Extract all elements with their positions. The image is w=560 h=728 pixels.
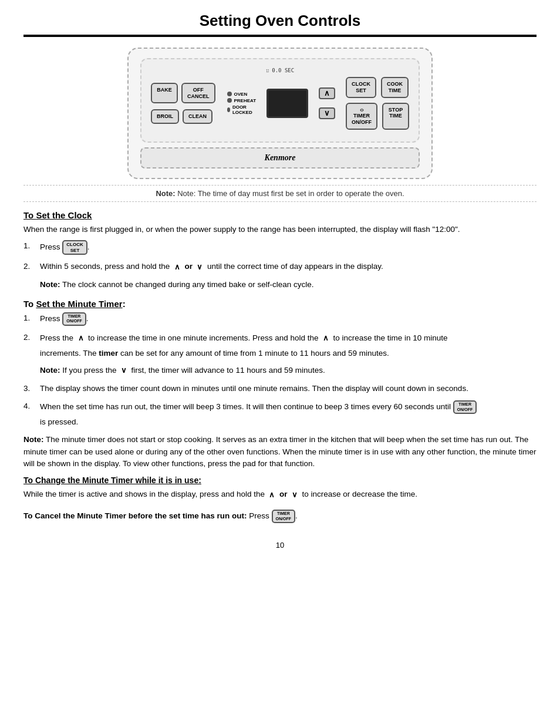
- step-text: Press TIMERON/OFF.: [40, 312, 88, 326]
- page-title: Setting Oven Controls: [23, 12, 537, 30]
- oven-display: [266, 89, 308, 118]
- clean-button[interactable]: CLEAN: [183, 109, 212, 124]
- step-text: The display shows the timer count down i…: [40, 383, 468, 395]
- timer-on-off-inline-btn2: TIMERON/OFF: [453, 400, 477, 414]
- oven-panel-image: ⨿ 0.0 SEC BAKE OFFCANCEL BROIL CLEAN OVE…: [23, 48, 537, 179]
- step-number: 4.: [23, 400, 35, 428]
- stop-time-button[interactable]: STOPTIME: [382, 103, 409, 130]
- timer-step-4: 4. When the set time has run out, the ti…: [23, 400, 537, 428]
- page-number: 10: [23, 541, 537, 550]
- step-number: 1.: [23, 240, 35, 255]
- step-text: When the set time has run out, the timer…: [40, 400, 477, 428]
- clock-step-1: 1. Press CLOCKSET.: [23, 240, 537, 255]
- change-timer-text: While the timer is active and shows in t…: [23, 488, 537, 500]
- timer-section-title: To Set the Minute Timer:: [23, 299, 537, 309]
- timer-step-1: 1. Press TIMERON/OFF.: [23, 312, 537, 326]
- title-divider: [23, 35, 537, 37]
- step-text: Press CLOCKSET.: [40, 240, 89, 255]
- up-arrow-inline: ∧: [174, 261, 180, 273]
- step-text: Within 5 seconds, press and hold the ∧ o…: [40, 261, 383, 272]
- up-arrow-inline3: ∧: [323, 332, 329, 345]
- step-text: Press the ∧ to increase the time in one …: [40, 332, 448, 377]
- change-timer-title: To Change the Minute Timer while it is i…: [23, 476, 537, 485]
- clock-note: Note: The clock cannot be changed during…: [40, 279, 537, 291]
- timer-step-2: 2. Press the ∧ to increase the time in o…: [23, 332, 537, 377]
- up-arrow-inline4: ∧: [269, 489, 275, 501]
- clock-section-title: To Set the Clock: [23, 210, 537, 220]
- down-arrow-inline3: ∨: [292, 489, 298, 501]
- timer-on-off-inline-btn3: TIMERON/OFF: [272, 510, 295, 523]
- step-number: 3.: [23, 383, 35, 395]
- top-note: Note: Note: The time of day must first b…: [23, 185, 537, 202]
- timer-step-3: 3. The display shows the timer count dow…: [23, 383, 537, 395]
- up-arrow-button[interactable]: ∧: [319, 87, 335, 99]
- timer-bottom-note: Note: The minute timer does not start or…: [23, 434, 537, 470]
- off-cancel-button[interactable]: OFFCANCEL: [181, 83, 215, 104]
- cook-time-button[interactable]: COOKTIME: [381, 77, 409, 98]
- up-arrow-inline2: ∧: [78, 332, 84, 345]
- bake-button[interactable]: BAKE: [151, 83, 178, 104]
- step-number: 2.: [23, 332, 35, 377]
- status-indicators: OVEN PREHEAT DOOR LOCKED: [227, 92, 257, 115]
- clock-set-inline-btn: CLOCKSET: [62, 240, 87, 255]
- timer-on-off-button[interactable]: ⦵ TIMERON/OFF: [346, 103, 377, 130]
- broil-button[interactable]: BROIL: [151, 109, 179, 124]
- cancel-timer-text: To Cancel the Minute Timer before the se…: [23, 510, 537, 523]
- clock-step-2: 2. Within 5 seconds, press and hold the …: [23, 261, 537, 272]
- down-arrow-button[interactable]: ∨: [319, 107, 335, 119]
- timer-on-off-inline-btn: TIMERON/OFF: [62, 312, 86, 326]
- arrow-buttons: ∧ ∨: [319, 87, 335, 119]
- clock-intro: When the range is first plugged in, or w…: [23, 224, 537, 235]
- down-arrow-inline: ∨: [197, 261, 203, 273]
- step-number: 1.: [23, 312, 35, 326]
- step-number: 2.: [23, 261, 35, 272]
- clock-set-button[interactable]: CLOCKSET: [346, 77, 376, 98]
- clock-title-text: To Set the Clock: [23, 210, 92, 220]
- down-arrow-inline2: ∨: [121, 365, 127, 377]
- kenmore-logo: Kenmore: [140, 147, 420, 168]
